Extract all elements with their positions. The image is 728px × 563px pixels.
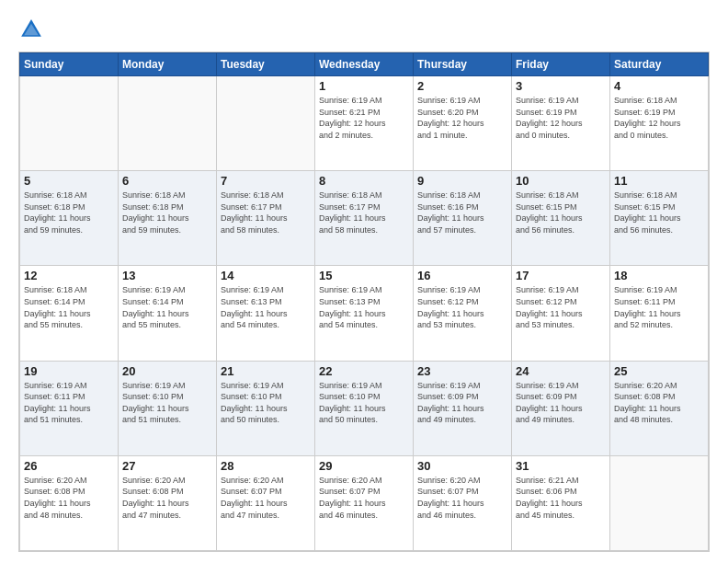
calendar: SundayMondayTuesdayWednesdayThursdayFrid… [18,52,710,552]
calendar-day-cell: 25Sunrise: 6:20 AM Sunset: 6:08 PM Dayli… [610,361,709,455]
weekday-header: Monday [119,53,217,76]
calendar-day-cell: 30Sunrise: 6:20 AM Sunset: 6:07 PM Dayli… [414,455,512,550]
calendar-day-cell: 29Sunrise: 6:20 AM Sunset: 6:07 PM Dayli… [315,455,414,550]
calendar-day-cell: 12Sunrise: 6:18 AM Sunset: 6:14 PM Dayli… [20,266,119,361]
calendar-day-cell: 15Sunrise: 6:19 AM Sunset: 6:13 PM Dayli… [315,266,414,361]
calendar-week-row: 5Sunrise: 6:18 AM Sunset: 6:18 PM Daylig… [20,171,709,266]
calendar-day-cell: 9Sunrise: 6:18 AM Sunset: 6:16 PM Daylig… [414,171,512,266]
calendar-week-row: 26Sunrise: 6:20 AM Sunset: 6:08 PM Dayli… [20,455,709,550]
day-number: 12 [24,269,114,282]
calendar-day-cell: 17Sunrise: 6:19 AM Sunset: 6:12 PM Dayli… [512,266,610,361]
day-info: Sunrise: 6:19 AM Sunset: 6:12 PM Dayligh… [417,284,507,330]
day-info: Sunrise: 6:18 AM Sunset: 6:15 PM Dayligh… [516,190,606,236]
day-info: Sunrise: 6:20 AM Sunset: 6:07 PM Dayligh… [417,475,507,521]
day-info: Sunrise: 6:19 AM Sunset: 6:13 PM Dayligh… [319,284,409,330]
calendar-day-cell: 26Sunrise: 6:20 AM Sunset: 6:08 PM Dayli… [20,455,119,550]
calendar-day-cell: 23Sunrise: 6:19 AM Sunset: 6:09 PM Dayli… [414,361,512,455]
logo-icon [18,17,44,42]
day-number: 16 [417,269,507,282]
weekday-header: Tuesday [217,53,315,76]
day-info: Sunrise: 6:18 AM Sunset: 6:19 PM Dayligh… [614,95,704,141]
day-info: Sunrise: 6:19 AM Sunset: 6:09 PM Dayligh… [417,380,507,426]
day-number: 27 [122,459,212,473]
day-info: Sunrise: 6:19 AM Sunset: 6:11 PM Dayligh… [24,380,114,426]
day-number: 22 [319,364,409,378]
calendar-day-cell: 11Sunrise: 6:18 AM Sunset: 6:15 PM Dayli… [610,171,709,266]
day-info: Sunrise: 6:21 AM Sunset: 6:06 PM Dayligh… [516,475,606,521]
weekday-header: Thursday [414,53,512,76]
day-info: Sunrise: 6:19 AM Sunset: 6:19 PM Dayligh… [516,95,606,141]
calendar-day-cell: 6Sunrise: 6:18 AM Sunset: 6:18 PM Daylig… [119,171,217,266]
weekday-header: Saturday [610,53,709,76]
calendar-day-cell: 31Sunrise: 6:21 AM Sunset: 6:06 PM Dayli… [512,455,610,550]
empty-day-cell [119,76,217,171]
calendar-day-cell: 3Sunrise: 6:19 AM Sunset: 6:19 PM Daylig… [512,76,610,171]
day-number: 9 [417,174,507,188]
calendar-day-cell: 28Sunrise: 6:20 AM Sunset: 6:07 PM Dayli… [217,455,315,550]
logo [18,17,48,42]
day-info: Sunrise: 6:18 AM Sunset: 6:17 PM Dayligh… [221,190,311,236]
calendar-day-cell: 13Sunrise: 6:19 AM Sunset: 6:14 PM Dayli… [119,266,217,361]
day-number: 18 [614,269,704,282]
day-number: 30 [417,459,507,473]
day-number: 1 [319,79,409,93]
calendar-day-cell: 24Sunrise: 6:19 AM Sunset: 6:09 PM Dayli… [512,361,610,455]
day-number: 7 [221,174,311,188]
day-info: Sunrise: 6:20 AM Sunset: 6:08 PM Dayligh… [24,475,114,521]
day-number: 14 [221,269,311,282]
day-info: Sunrise: 6:20 AM Sunset: 6:07 PM Dayligh… [221,475,311,521]
day-number: 31 [516,459,606,473]
page: SundayMondayTuesdayWednesdayThursdayFrid… [0,0,728,563]
calendar-day-cell: 21Sunrise: 6:19 AM Sunset: 6:10 PM Dayli… [217,361,315,455]
day-info: Sunrise: 6:18 AM Sunset: 6:18 PM Dayligh… [24,190,114,236]
calendar-day-cell: 14Sunrise: 6:19 AM Sunset: 6:13 PM Dayli… [217,266,315,361]
day-info: Sunrise: 6:19 AM Sunset: 6:11 PM Dayligh… [614,284,704,330]
empty-day-cell [610,455,709,550]
day-info: Sunrise: 6:18 AM Sunset: 6:14 PM Dayligh… [24,284,114,330]
day-number: 20 [122,364,212,378]
day-number: 5 [24,174,114,188]
day-info: Sunrise: 6:19 AM Sunset: 6:09 PM Dayligh… [516,380,606,426]
day-number: 15 [319,269,409,282]
day-number: 24 [516,364,606,378]
day-info: Sunrise: 6:19 AM Sunset: 6:13 PM Dayligh… [221,284,311,330]
calendar-day-cell: 18Sunrise: 6:19 AM Sunset: 6:11 PM Dayli… [610,266,709,361]
day-number: 6 [122,174,212,188]
day-number: 25 [614,364,704,378]
calendar-day-cell: 5Sunrise: 6:18 AM Sunset: 6:18 PM Daylig… [20,171,119,266]
calendar-body: 1Sunrise: 6:19 AM Sunset: 6:21 PM Daylig… [20,76,709,551]
calendar-day-cell: 10Sunrise: 6:18 AM Sunset: 6:15 PM Dayli… [512,171,610,266]
day-number: 3 [516,79,606,93]
day-number: 17 [516,269,606,282]
day-info: Sunrise: 6:18 AM Sunset: 6:15 PM Dayligh… [614,190,704,236]
calendar-day-cell: 7Sunrise: 6:18 AM Sunset: 6:17 PM Daylig… [217,171,315,266]
day-number: 8 [319,174,409,188]
day-info: Sunrise: 6:18 AM Sunset: 6:18 PM Dayligh… [122,190,212,236]
weekday-header: Wednesday [315,53,414,76]
day-number: 26 [24,459,114,473]
calendar-table: SundayMondayTuesdayWednesdayThursdayFrid… [19,52,709,551]
day-info: Sunrise: 6:20 AM Sunset: 6:07 PM Dayligh… [319,475,409,521]
day-number: 19 [24,364,114,378]
calendar-header: SundayMondayTuesdayWednesdayThursdayFrid… [20,53,709,76]
weekday-header: Friday [512,53,610,76]
weekday-header: Sunday [20,53,119,76]
day-info: Sunrise: 6:19 AM Sunset: 6:10 PM Dayligh… [319,380,409,426]
day-info: Sunrise: 6:19 AM Sunset: 6:20 PM Dayligh… [417,95,507,141]
header-row: SundayMondayTuesdayWednesdayThursdayFrid… [20,53,709,76]
calendar-day-cell: 19Sunrise: 6:19 AM Sunset: 6:11 PM Dayli… [20,361,119,455]
calendar-day-cell: 20Sunrise: 6:19 AM Sunset: 6:10 PM Dayli… [119,361,217,455]
day-info: Sunrise: 6:19 AM Sunset: 6:12 PM Dayligh… [516,284,606,330]
calendar-day-cell: 8Sunrise: 6:18 AM Sunset: 6:17 PM Daylig… [315,171,414,266]
day-number: 28 [221,459,311,473]
calendar-day-cell: 1Sunrise: 6:19 AM Sunset: 6:21 PM Daylig… [315,76,414,171]
calendar-week-row: 1Sunrise: 6:19 AM Sunset: 6:21 PM Daylig… [20,76,709,171]
calendar-day-cell: 22Sunrise: 6:19 AM Sunset: 6:10 PM Dayli… [315,361,414,455]
day-info: Sunrise: 6:20 AM Sunset: 6:08 PM Dayligh… [122,475,212,521]
day-number: 21 [221,364,311,378]
day-number: 10 [516,174,606,188]
day-info: Sunrise: 6:19 AM Sunset: 6:21 PM Dayligh… [319,95,409,141]
day-number: 23 [417,364,507,378]
day-info: Sunrise: 6:18 AM Sunset: 6:16 PM Dayligh… [417,190,507,236]
day-number: 13 [122,269,212,282]
